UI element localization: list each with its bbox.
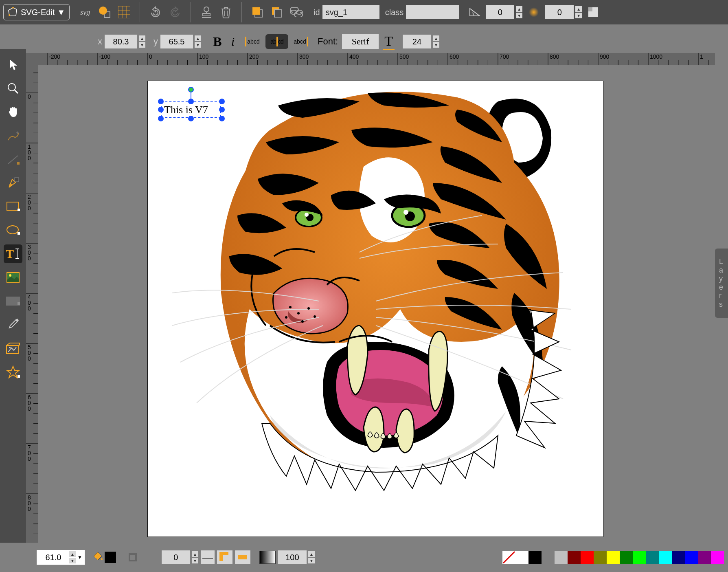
tiger-drawing[interactable] [148,81,604,537]
selected-text[interactable]: This is V7 [164,104,208,116]
spin-down-icon[interactable]: ▼ [69,558,76,563]
blur-input[interactable] [545,5,574,19]
handle-ne[interactable] [219,99,225,104]
palette-swatch[interactable] [568,551,581,564]
layers-panel-tab[interactable]: Layers [715,249,728,318]
spin-down-icon[interactable]: ▼ [195,42,201,48]
line-tool[interactable] [4,150,22,169]
palette-swatch[interactable] [542,551,555,564]
fill-tool-icon[interactable] [93,551,103,563]
rect-tool[interactable] [4,197,22,216]
id-input[interactable] [322,5,379,19]
palette-swatch[interactable] [698,551,711,564]
handle-n[interactable] [188,99,194,104]
font-size-spinner[interactable]: ▲▼ [403,35,439,48]
fill-color-swatch[interactable] [105,552,116,563]
palette-swatch[interactable] [659,551,672,564]
palette-swatch[interactable] [633,551,646,564]
palette-swatch[interactable] [672,551,685,564]
spin-down-icon[interactable]: ▼ [516,13,522,18]
spin-down-icon[interactable]: ▼ [433,42,439,48]
stroke-color-swatch[interactable] [129,554,136,561]
spin-down-icon[interactable]: ▼ [139,42,145,48]
main-menu-button[interactable]: SVG-Edit ▼ [3,4,70,20]
palette-swatch[interactable] [685,551,698,564]
select-tool[interactable] [4,55,22,74]
ellipse-tool[interactable] [4,221,22,240]
angle-spinner[interactable]: ▲▼ [486,5,522,19]
font-size-input[interactable] [403,35,431,48]
palette-swatch[interactable] [620,551,633,564]
spin-up-icon[interactable]: ▲ [575,6,582,12]
library-tool[interactable] [4,339,22,358]
edit-source-button[interactable]: svg [77,4,93,20]
class-input[interactable] [406,5,459,19]
palette-swatch[interactable] [646,551,659,564]
canvas[interactable]: This is V7 [147,81,603,537]
move-bottom-button[interactable] [269,4,285,20]
spin-down-icon[interactable]: ▼ [575,13,582,18]
show-grid-button[interactable] [116,4,132,20]
star-tool[interactable] [4,363,22,381]
palette-swatch[interactable] [711,551,724,564]
palette-swatch[interactable] [555,551,568,564]
blur-spinner[interactable]: ▲▼ [545,5,582,19]
angle-input[interactable] [486,5,514,19]
clone-button[interactable] [198,4,215,20]
handle-nw[interactable] [158,99,164,104]
handle-se[interactable] [219,116,225,121]
make-link-button[interactable] [288,4,305,20]
text-tool[interactable]: T [4,244,22,263]
spin-up-icon[interactable]: ▲ [69,551,76,557]
ruler-horizontal[interactable]: -200-10001002003004005006007008009001000… [38,53,715,65]
spin-up-icon[interactable]: ▲ [308,551,315,557]
stroke-dash-button[interactable]: — [201,550,215,564]
zoom-input[interactable] [39,552,68,563]
zoom-tool[interactable] [4,79,22,98]
handle-s[interactable] [188,116,194,121]
spin-up-icon[interactable]: ▲ [516,6,522,12]
stroke-width-input[interactable] [162,550,190,564]
chevron-down-icon[interactable]: ▼ [77,554,82,560]
text-decoration-icon[interactable]: T [383,33,395,50]
spin-up-icon[interactable]: ▲ [195,35,201,41]
linecap-button[interactable] [235,550,250,564]
handle-sw[interactable] [158,116,164,121]
spin-down-icon[interactable]: ▼ [308,558,315,563]
opacity-control[interactable]: ▲▼ [278,550,315,564]
spin-up-icon[interactable]: ▲ [139,35,145,41]
image-tool[interactable] [4,268,22,287]
linejoin-button[interactable] [217,550,232,564]
opacity-input[interactable] [278,550,307,564]
spin-up-icon[interactable]: ▲ [192,551,198,557]
font-family-select[interactable] [342,34,379,49]
palette-swatch[interactable] [594,551,607,564]
anchor-start-button[interactable]: abcd [241,34,264,49]
anchor-end-button[interactable]: abcd [290,34,313,49]
position-menu-button[interactable] [585,4,601,20]
redo-button[interactable] [167,4,183,20]
pencil-tool[interactable] [4,126,22,145]
no-color-swatch[interactable] [502,551,515,564]
handle-w[interactable] [158,107,164,112]
placeholder-tool[interactable] [4,292,22,310]
eyedropper-tool[interactable] [4,315,22,334]
palette-swatch[interactable] [528,551,542,564]
ruler-vertical[interactable]: 0100200300400500600700800 [26,65,38,543]
palette-swatch[interactable] [515,551,528,564]
pan-tool[interactable] [4,103,22,121]
spin-up-icon[interactable]: ▲ [433,35,439,41]
move-top-button[interactable] [249,4,265,20]
zoom-control[interactable]: ▲▼ ▼ [37,550,85,565]
bold-button[interactable]: B [209,34,226,49]
y-input[interactable] [160,35,193,48]
rotate-handle[interactable] [188,87,194,92]
anchor-middle-button[interactable]: abcd [265,34,288,49]
undo-button[interactable] [147,4,164,20]
wireframe-button[interactable] [96,4,113,20]
handle-e[interactable] [219,107,225,112]
palette-swatch[interactable] [607,551,620,564]
delete-button[interactable] [218,4,234,20]
italic-button[interactable]: i [226,35,240,48]
x-input[interactable] [105,35,137,48]
